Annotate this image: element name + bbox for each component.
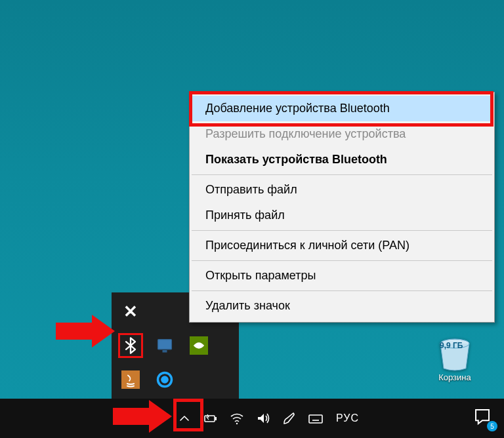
tray-overflow-button[interactable] bbox=[176, 410, 193, 427]
svg-rect-2 bbox=[158, 340, 172, 349]
taskbar: РУС 5 bbox=[0, 399, 504, 438]
bluetooth-context-menu: Добавление устройства Bluetooth Разрешит… bbox=[189, 92, 495, 323]
menu-receive-file[interactable]: Принять файл bbox=[191, 203, 493, 228]
menu-join-pan[interactable]: Присоединиться к личной сети (PAN) bbox=[191, 233, 493, 258]
menu-separator bbox=[192, 230, 492, 231]
notification-count: 5 bbox=[487, 421, 497, 431]
svg-rect-11 bbox=[309, 415, 322, 423]
svg-point-10 bbox=[236, 423, 238, 424]
desktop[interactable]: 9,9 ГБ Корзина ✕ Добавление устройства B… bbox=[0, 0, 504, 438]
svg-rect-9 bbox=[215, 417, 217, 420]
menu-show-bluetooth-devices[interactable]: Показать устройства Bluetooth bbox=[191, 147, 493, 172]
svg-rect-3 bbox=[163, 350, 167, 353]
recycle-bin[interactable]: 9,9 ГБ Корзина bbox=[425, 337, 484, 382]
menu-send-file[interactable]: Отправить файл bbox=[191, 177, 493, 203]
volume-icon[interactable] bbox=[255, 410, 272, 427]
menu-allow-connection: Разрешить подключение устройства bbox=[191, 121, 493, 147]
svg-rect-8 bbox=[205, 416, 215, 422]
annotation-arrow-bluetooth bbox=[56, 315, 115, 348]
pen-icon[interactable] bbox=[281, 410, 298, 427]
cortana-tray-icon[interactable] bbox=[154, 368, 176, 391]
wifi-icon[interactable] bbox=[228, 410, 245, 427]
menu-open-settings[interactable]: Открыть параметры bbox=[191, 263, 493, 289]
recycle-bin-capacity: 9,9 ГБ bbox=[440, 341, 463, 350]
monitor-tray-icon[interactable] bbox=[154, 334, 176, 357]
recycle-bin-icon: 9,9 ГБ bbox=[436, 337, 474, 371]
system-tray: РУС bbox=[176, 410, 359, 427]
menu-separator bbox=[192, 260, 492, 261]
recycle-bin-label: Корзина bbox=[425, 372, 484, 382]
menu-separator bbox=[192, 174, 492, 175]
svg-point-7 bbox=[161, 376, 169, 384]
menu-remove-icon[interactable]: Удалить значок bbox=[191, 293, 493, 319]
menu-separator bbox=[192, 290, 492, 291]
bluetooth-tray-icon[interactable] bbox=[119, 334, 142, 357]
action-center-button[interactable]: 5 bbox=[472, 407, 496, 430]
keyboard-icon[interactable] bbox=[307, 410, 324, 427]
battery-icon[interactable] bbox=[202, 410, 219, 427]
language-indicator[interactable]: РУС bbox=[336, 412, 359, 424]
menu-add-bluetooth-device[interactable]: Добавление устройства Bluetooth bbox=[191, 96, 493, 121]
java-tray-icon[interactable] bbox=[119, 368, 142, 391]
security-icon[interactable]: ✕ bbox=[119, 300, 142, 323]
nvidia-tray-icon[interactable] bbox=[188, 334, 210, 357]
